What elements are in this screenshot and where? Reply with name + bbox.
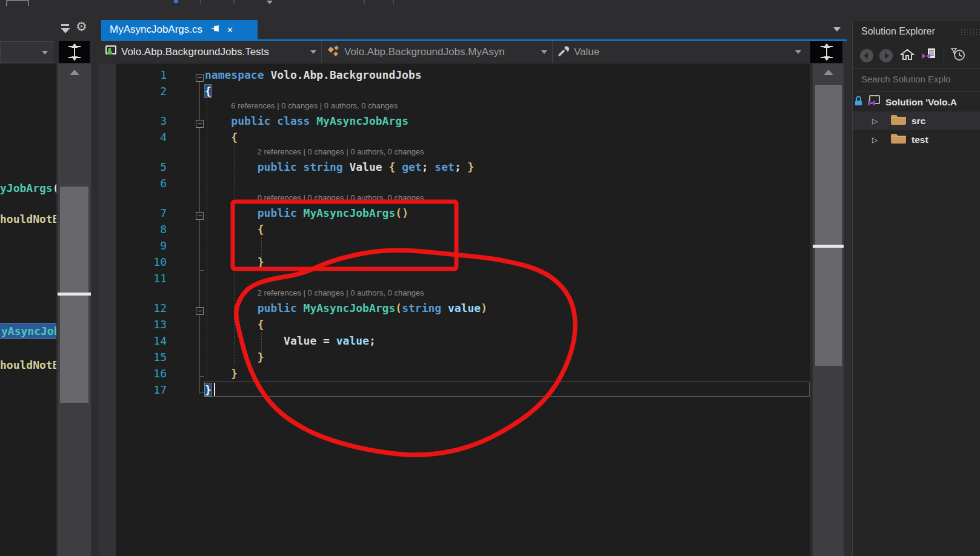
left-editor-pane[interactable]: yJobArgs(houldNotByAsyncJobhouldNotB [0,64,56,556]
code-line-16[interactable]: 16} [99,365,810,382]
line-number: 9 [99,237,167,254]
line-number: 12 [99,300,167,316]
expand-arrow-icon[interactable]: ▷ [872,136,881,144]
fold-collapse-icon[interactable] [196,74,204,82]
tree-item-label: Solution 'Volo.A [885,97,957,108]
code-line-6[interactable]: 6 [99,175,810,191]
code-line-3[interactable]: 3public class MyAsyncJobArgs [99,113,810,129]
gear-icon[interactable]: ⚙ [76,19,87,34]
tree-item-solution-volo-a[interactable]: Solution 'Volo.A [853,93,980,111]
line-number: 2 [99,83,167,99]
code-editor[interactable]: 1namespace Volo.Abp.BackgroundJobs2{6 re… [99,64,810,556]
caret-position-marker [58,293,91,296]
line-number: 10 [99,254,167,270]
solution-icon [866,94,881,110]
type-dropdown[interactable]: Volo.Abp.BackgroundJobs.MyAsyn [322,41,553,63]
code-line-14[interactable]: 14Value = value; [99,333,810,349]
code-fragment: yJobArgs( [0,182,56,194]
line-number: 4 [99,129,167,145]
member-dropdown-label: Value [574,46,599,58]
toolbar-fragment-dot [174,0,178,3]
editor-scrollbar[interactable] [813,64,844,556]
solution-explorer-toolbar [853,44,980,67]
code-fragment: houldNotB [0,359,56,371]
code-line-12[interactable]: 12public MyAsyncJobArgs(string value) [99,300,810,316]
toolbar-dropdown-fragment [267,1,273,4]
navigation-bar: Volo.Abp.BackgroundJobs.Tests Volo.Abp.B… [99,41,810,63]
panel-drag-grip[interactable] [960,28,980,36]
folder-icon [890,133,907,147]
collapse-chevron-icon[interactable] [59,23,72,35]
code-line-13[interactable]: 13{ [99,316,810,333]
split-window-handle[interactable] [810,41,842,63]
code-line-9[interactable]: 9 [99,237,810,254]
pending-changes-filter-icon[interactable] [950,47,966,64]
fold-collapse-icon[interactable] [196,212,204,220]
wrench-icon [558,45,570,59]
fold-collapse-icon[interactable] [196,120,204,128]
left-editor-scrollbar[interactable] [58,64,91,556]
forward-button[interactable] [879,49,893,62]
code-line-4[interactable]: 4{ [99,129,810,145]
scrollbar-thumb[interactable] [815,85,842,366]
code-line-1[interactable]: 1namespace Volo.Abp.BackgroundJobs [99,67,810,83]
home-icon[interactable] [900,48,915,64]
type-dropdown-label: Volo.Abp.BackgroundJobs.MyAsyn [344,46,505,58]
split-window-handle[interactable] [59,41,90,63]
line-number: 7 [99,205,167,221]
scroll-up-icon[interactable] [70,70,79,75]
project-dropdown[interactable]: Volo.Abp.BackgroundJobs.Tests [99,41,322,63]
line-number: 1 [99,67,167,83]
member-dropdown[interactable]: Value [553,41,806,63]
expand-arrow-icon[interactable]: ▷ [872,117,881,125]
codelens-indicator[interactable]: 2 references | 0 changes | 0 authors, 0 … [99,286,810,300]
solution-explorer-panel: Solution Explorer Search [852,21,980,556]
sync-with-active-document-icon[interactable] [921,47,936,64]
code-fragment: houldNotB [0,213,56,225]
code-line-7[interactable]: 7public MyAsyncJobArgs() [99,205,810,221]
code-line-8[interactable]: 8{ [99,221,810,237]
codelens-indicator[interactable]: 0 references | 0 changes | 0 authors, 0 … [99,191,810,205]
line-number: 11 [99,270,167,286]
lock-icon [854,96,863,109]
class-icon [327,44,340,60]
left-pane-project-dropdown[interactable] [0,41,53,63]
chevron-down-icon [310,50,316,54]
folder-icon [890,114,907,128]
close-icon[interactable]: ✕ [227,25,233,35]
line-number: 16 [99,365,167,382]
tree-item-test[interactable]: ▷ test [853,130,980,149]
caret-position-marker [813,245,844,248]
toolbar-separator [944,49,944,62]
panel-title: Solution Explorer [861,26,935,37]
toolbar-separator [233,0,235,4]
chevron-down-icon [541,50,547,54]
codelens-indicator[interactable]: 2 references | 0 changes | 0 authors, 0 … [99,145,810,159]
code-line-11[interactable]: 11 [99,270,810,286]
code-line-10[interactable]: 10} [99,254,810,270]
scroll-up-icon[interactable] [824,70,833,75]
line-number: 13 [99,316,167,333]
project-dropdown-label: Volo.Abp.BackgroundJobs.Tests [121,46,269,58]
back-button[interactable] [860,49,873,62]
tab-myasyncjobargs[interactable]: MyAsyncJobArgs.cs ✕ [101,20,258,39]
test-project-icon [104,44,117,60]
code-line-2[interactable]: 2{ [99,83,810,99]
codelens-indicator[interactable]: 6 references | 0 changes | 0 authors, 0 … [99,99,810,113]
toolbar-separator [364,0,365,4]
line-number: 17 [99,382,167,398]
editor-group-dropdown-icon[interactable] [833,27,841,31]
line-number: 15 [99,349,167,365]
toolbar-separator [200,0,201,4]
toolbar-fragment [6,0,29,6]
fold-collapse-icon[interactable] [196,307,204,315]
code-line-5[interactable]: 5public string Value { get; set; } [99,159,810,175]
solution-search-box[interactable]: Search Solution Explo [853,68,980,91]
tree-item-src[interactable]: ▷ src [853,111,980,130]
line-number: 6 [99,175,167,191]
chevron-down-icon [795,50,801,54]
code-line-15[interactable]: 15} [99,349,810,365]
line-number: 5 [99,159,167,175]
pin-icon[interactable] [211,24,219,36]
code-line-17[interactable]: 17} [99,382,810,398]
